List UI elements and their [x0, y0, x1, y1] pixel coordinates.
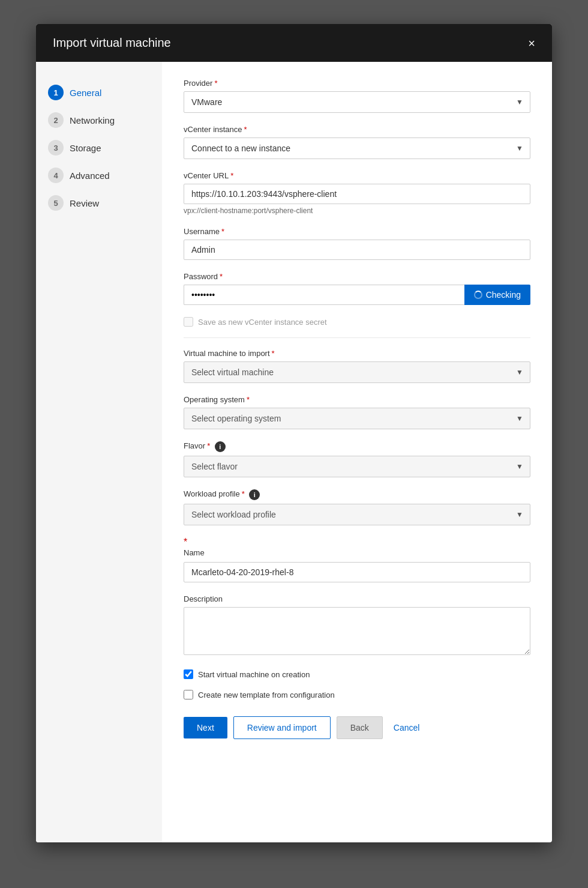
step-number-5: 5: [48, 195, 64, 211]
start-vm-label: Start virtual machine on creation: [198, 670, 310, 679]
provider-group: Provider* VMware ▼: [184, 79, 530, 113]
create-template-label: Create new template from configuration: [198, 690, 335, 699]
vcenter-instance-select-wrapper: Connect to a new instance ▼: [184, 137, 530, 159]
flavor-select-wrapper: Select flavor ▼: [184, 456, 530, 477]
os-required: *: [247, 395, 250, 404]
vcenter-url-group: vCenter URL* https://10.10.1.203:9443/vs…: [184, 171, 530, 215]
vcenter-url-label: vCenter URL*: [184, 171, 530, 180]
flavor-required: *: [207, 441, 210, 450]
name-input[interactable]: Mcarleto-04-20-2019-rhel-8: [184, 562, 530, 582]
checking-label: Checking: [486, 290, 521, 300]
modal-header: Import virtual machine ×: [36, 24, 552, 62]
workload-profile-group: Workload profile* i Select workload prof…: [184, 489, 530, 525]
username-input[interactable]: Admin: [184, 240, 530, 260]
import-vm-modal: Import virtual machine × 1 General 2 Net…: [36, 24, 552, 842]
vcenter-url-required: *: [230, 171, 233, 180]
os-select[interactable]: Select operating system: [184, 408, 530, 429]
close-button[interactable]: ×: [528, 37, 535, 49]
vcenter-url-hint: vpx://client-hostname:port/vsphere-clien…: [184, 207, 530, 215]
start-vm-checkbox[interactable]: [184, 669, 193, 679]
username-group: Username* Admin: [184, 227, 530, 260]
sidebar-label-advanced: Advanced: [70, 171, 110, 181]
password-required: *: [220, 272, 223, 281]
workload-profile-label: Workload profile* i: [184, 489, 530, 500]
start-vm-row: Start virtual machine on creation: [184, 669, 530, 679]
name-required-dot: *: [184, 537, 530, 547]
sidebar-item-storage[interactable]: 3 Storage: [36, 134, 162, 162]
create-template-checkbox[interactable]: [184, 690, 193, 699]
step-number-4: 4: [48, 168, 64, 183]
cancel-button[interactable]: Cancel: [389, 717, 425, 738]
modal-body: 1 General 2 Networking 3 Storage 4 Advan…: [36, 62, 552, 842]
flavor-label: Flavor* i: [184, 441, 530, 452]
sidebar-label-review: Review: [70, 198, 99, 208]
vcenter-instance-select[interactable]: Connect to a new instance: [184, 137, 530, 159]
provider-select-wrapper: VMware ▼: [184, 91, 530, 113]
vcenter-url-input[interactable]: https://10.10.1.203:9443/vsphere-client: [184, 184, 530, 204]
provider-label: Provider*: [184, 79, 530, 88]
password-label: Password*: [184, 272, 530, 281]
save-secret-checkbox[interactable]: [184, 317, 193, 327]
sidebar-label-networking: Networking: [70, 115, 115, 125]
modal-title: Import virtual machine: [53, 36, 171, 50]
save-secret-row: Save as new vCenter instance secret: [184, 317, 530, 327]
workload-info-icon[interactable]: i: [249, 489, 260, 500]
sidebar-label-general: General: [70, 88, 101, 98]
sidebar: 1 General 2 Networking 3 Storage 4 Advan…: [36, 62, 162, 842]
vcenter-instance-label: vCenter instance*: [184, 125, 530, 134]
workload-required: *: [242, 489, 245, 498]
username-label: Username*: [184, 227, 530, 236]
workload-profile-select-wrapper: Select workload profile ▼: [184, 504, 530, 525]
password-group: Password* Checking: [184, 272, 530, 305]
description-group: Description: [184, 594, 530, 657]
sidebar-item-networking[interactable]: 2 Networking: [36, 106, 162, 134]
checking-spinner-icon: [474, 291, 482, 299]
save-secret-label: Save as new vCenter instance secret: [198, 318, 327, 327]
vcenter-instance-group: vCenter instance* Connect to a new insta…: [184, 125, 530, 159]
step-number-2: 2: [48, 112, 64, 128]
flavor-group: Flavor* i Select flavor ▼: [184, 441, 530, 477]
divider-1: [184, 337, 530, 338]
vm-import-required: *: [272, 349, 275, 358]
vm-import-select[interactable]: Select virtual machine: [184, 361, 530, 383]
vm-import-group: Virtual machine to import* Select virtua…: [184, 349, 530, 383]
password-row: Checking: [184, 285, 530, 305]
sidebar-label-storage: Storage: [70, 143, 101, 153]
description-textarea[interactable]: [184, 607, 530, 655]
password-input[interactable]: [184, 285, 464, 305]
os-label: Operating system*: [184, 395, 530, 404]
provider-required: *: [214, 79, 217, 88]
os-select-wrapper: Select operating system ▼: [184, 408, 530, 429]
back-button[interactable]: Back: [337, 716, 383, 739]
name-group: * Name Mcarleto-04-20-2019-rhel-8: [184, 537, 530, 582]
flavor-info-icon[interactable]: i: [215, 441, 226, 452]
username-required: *: [221, 227, 224, 236]
name-label-row: * Name: [184, 537, 530, 560]
vm-import-label: Virtual machine to import*: [184, 349, 530, 358]
vcenter-instance-required: *: [244, 125, 247, 134]
next-button[interactable]: Next: [184, 717, 227, 738]
sidebar-item-review[interactable]: 5 Review: [36, 189, 162, 217]
review-import-button[interactable]: Review and import: [233, 716, 331, 739]
main-content: Provider* VMware ▼ vCenter instance* Con…: [162, 62, 552, 842]
os-group: Operating system* Select operating syste…: [184, 395, 530, 429]
workload-profile-select[interactable]: Select workload profile: [184, 504, 530, 525]
sidebar-item-general[interactable]: 1 General: [36, 79, 162, 106]
step-number-3: 3: [48, 140, 64, 156]
checking-button[interactable]: Checking: [464, 285, 530, 305]
create-template-row: Create new template from configuration: [184, 690, 530, 699]
vm-import-select-wrapper: Select virtual machine ▼: [184, 361, 530, 383]
step-number-1: 1: [48, 85, 64, 100]
flavor-select[interactable]: Select flavor: [184, 456, 530, 477]
provider-select[interactable]: VMware: [184, 91, 530, 113]
name-label: Name: [184, 548, 530, 557]
footer-actions: Next Review and import Back Cancel: [184, 710, 530, 739]
description-label: Description: [184, 594, 530, 603]
sidebar-item-advanced[interactable]: 4 Advanced: [36, 162, 162, 189]
